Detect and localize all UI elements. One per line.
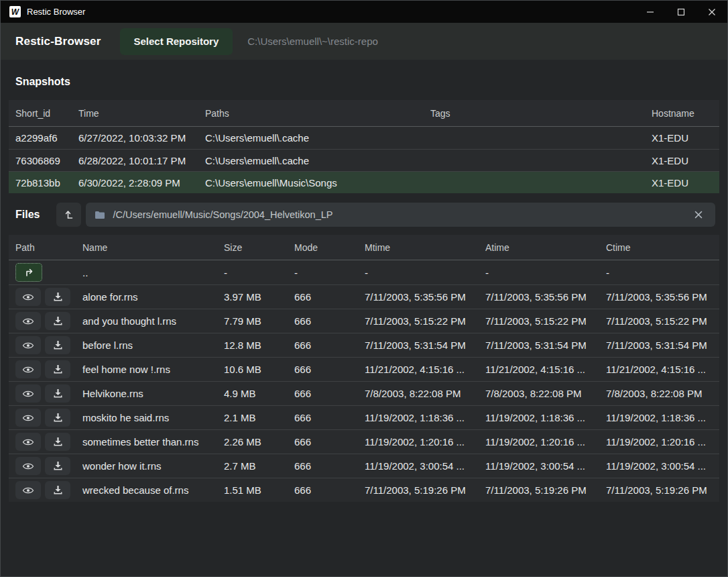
- column-header-name: Name: [82, 242, 224, 253]
- file-mode: 666: [294, 364, 365, 375]
- clear-path-button[interactable]: [690, 207, 707, 223]
- column-header-path: Path: [15, 242, 82, 253]
- file-ctime: 7/11/2003, 5:35:56 PM: [606, 291, 713, 303]
- download-file-button[interactable]: [45, 384, 70, 403]
- parent-directory-button[interactable]: [15, 263, 42, 282]
- column-header-size: Size: [224, 242, 294, 253]
- file-mode: 666: [294, 460, 365, 472]
- file-row: wrecked because of.rns 1.51 MB 666 7/11/…: [9, 478, 719, 502]
- file-ctime: 11/19/2002, 3:00:54 ...: [606, 460, 713, 472]
- download-icon: [53, 485, 63, 495]
- preview-file-button[interactable]: [15, 336, 41, 354]
- file-row: alone for.rns 3.97 MB 666 7/11/2003, 5:3…: [9, 284, 719, 309]
- file-mtime: 11/19/2002, 1:18:36 ...: [365, 412, 485, 423]
- path-breadcrumb-input[interactable]: /C/Users/emuell/Music/Songs/2004_Helveti…: [86, 203, 715, 227]
- snapshots-table-header: Short_id Time Paths Tags Hostname: [9, 100, 719, 127]
- minimize-icon: [646, 8, 654, 16]
- snapshot-short-id: a2299af6: [15, 132, 78, 144]
- file-atime: 11/19/2002, 3:00:54 ...: [485, 460, 606, 472]
- file-atime: 11/19/2002, 1:18:36 ...: [485, 412, 606, 423]
- file-row: moskito he said.rns 2.1 MB 666 11/19/200…: [9, 405, 719, 429]
- snapshot-paths: C:\Users\emuell\Music\Songs: [205, 177, 430, 189]
- snapshot-row[interactable]: 76306869 6/28/2022, 10:01:17 PM C:\Users…: [9, 149, 719, 171]
- snapshot-row[interactable]: a2299af6 6/27/2022, 10:03:32 PM C:\Users…: [9, 127, 719, 149]
- close-icon: [708, 8, 716, 16]
- file-name: feel home now !.rns: [82, 364, 224, 375]
- snapshots-section-title: Snapshots: [1, 60, 727, 100]
- file-atime: 7/11/2003, 5:35:56 PM: [485, 291, 606, 303]
- titlebar: W Restic Browser: [1, 1, 727, 23]
- preview-file-button[interactable]: [15, 457, 41, 475]
- column-header-paths: Paths: [205, 108, 430, 119]
- file-mode: 666: [294, 291, 365, 303]
- file-ctime: 11/19/2002, 1:18:36 ...: [606, 412, 713, 423]
- arrow-turn-right-icon: [24, 268, 34, 278]
- file-name: alone for.rns: [82, 291, 224, 303]
- file-row: feel home now !.rns 10.6 MB 666 11/21/20…: [9, 357, 719, 381]
- file-name: wonder how it.rns: [82, 460, 224, 472]
- files-table-header: Path Name Size Mode Mtime Atime Ctime: [9, 235, 719, 260]
- download-file-button[interactable]: [45, 360, 70, 378]
- file-mode: -: [294, 267, 365, 278]
- files-table: Path Name Size Mode Mtime Atime Ctime ..…: [9, 235, 719, 502]
- file-mode: 666: [294, 484, 365, 496]
- file-ctime: 7/11/2003, 5:15:22 PM: [606, 315, 713, 327]
- file-atime: 7/8/2003, 8:22:08 PM: [485, 388, 606, 399]
- column-header-mode: Mode: [294, 242, 365, 253]
- file-mtime: 11/19/2002, 3:00:54 ...: [365, 460, 485, 472]
- file-mode: 666: [294, 436, 365, 448]
- eye-icon: [22, 486, 34, 495]
- folder-icon: [95, 211, 105, 219]
- files-bar: Files /C/Users/emuell/Music/Songs/2004_H…: [1, 193, 727, 235]
- file-name: wrecked because of.rns: [82, 484, 224, 496]
- file-ctime: 11/19/2002, 1:20:16 ...: [606, 436, 713, 448]
- download-file-button[interactable]: [45, 433, 70, 451]
- file-size: -: [224, 267, 294, 278]
- file-row: wonder how it.rns 2.7 MB 666 11/19/2002,…: [9, 454, 719, 478]
- maximize-button[interactable]: [666, 1, 696, 23]
- eye-icon: [22, 462, 34, 471]
- snapshot-time: 6/27/2022, 10:03:32 PM: [78, 132, 205, 144]
- download-file-button[interactable]: [45, 409, 70, 427]
- file-mtime: 7/11/2003, 5:15:22 PM: [365, 315, 485, 327]
- download-file-button[interactable]: [45, 336, 70, 354]
- parent-directory-row: .. - - - - -: [9, 260, 719, 284]
- eye-icon: [22, 341, 34, 350]
- preview-file-button[interactable]: [15, 360, 41, 378]
- file-mtime: 11/19/2002, 1:20:16 ...: [365, 436, 485, 448]
- download-file-button[interactable]: [45, 457, 70, 475]
- download-icon: [53, 413, 63, 423]
- file-atime: 11/21/2002, 4:15:16 ...: [485, 364, 606, 375]
- minimize-button[interactable]: [635, 1, 666, 23]
- download-file-button[interactable]: [45, 288, 70, 306]
- file-size: 1.51 MB: [224, 484, 294, 496]
- window-title: Restic Browser: [27, 7, 85, 17]
- file-name: before l.rns: [82, 339, 224, 351]
- file-name: moskito he said.rns: [82, 412, 224, 423]
- file-name: ..: [82, 267, 224, 278]
- preview-file-button[interactable]: [15, 312, 41, 330]
- snapshots-table: Short_id Time Paths Tags Hostname a2299a…: [9, 100, 719, 193]
- snapshot-row[interactable]: 72b813bb 6/30/2022, 2:28:09 PM C:\Users\…: [9, 171, 719, 193]
- snapshot-short-id: 72b813bb: [15, 177, 78, 189]
- dump-folder-button[interactable]: [56, 203, 81, 227]
- snapshot-paths: C:\Users\emuell\.cache: [205, 155, 430, 166]
- file-atime: 11/19/2002, 1:20:16 ...: [485, 436, 606, 448]
- column-header-time: Time: [78, 108, 205, 119]
- close-icon: [694, 211, 703, 219]
- file-name: and you thought l.rns: [82, 315, 224, 327]
- close-button[interactable]: [696, 1, 727, 23]
- preview-file-button[interactable]: [15, 409, 41, 427]
- download-file-button[interactable]: [45, 312, 70, 330]
- select-repository-button[interactable]: Select Repository: [120, 28, 233, 55]
- file-atime: 7/11/2003, 5:31:54 PM: [485, 339, 606, 351]
- preview-file-button[interactable]: [15, 433, 41, 451]
- file-size: 2.1 MB: [224, 412, 294, 423]
- file-mode: 666: [294, 315, 365, 327]
- preview-file-button[interactable]: [15, 481, 41, 499]
- download-file-button[interactable]: [45, 481, 70, 499]
- preview-file-button[interactable]: [15, 384, 41, 403]
- preview-file-button[interactable]: [15, 288, 41, 306]
- file-mtime: 7/11/2003, 5:35:56 PM: [365, 291, 485, 303]
- file-ctime: 7/8/2003, 8:22:08 PM: [606, 388, 713, 399]
